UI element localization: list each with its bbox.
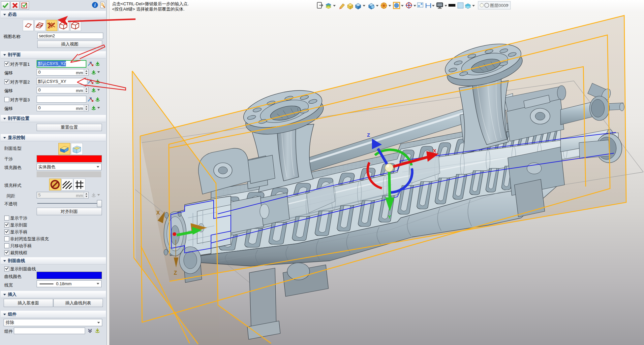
svg-text:Y: Y: [388, 214, 391, 220]
svg-text:X: X: [433, 148, 436, 154]
svg-text:i: i: [94, 3, 96, 8]
svg-text:Z: Z: [174, 270, 177, 276]
svg-text:图层0000: 图层0000: [490, 3, 508, 8]
svg-text:X: X: [156, 210, 160, 216]
svg-text:Z: Z: [367, 132, 370, 138]
